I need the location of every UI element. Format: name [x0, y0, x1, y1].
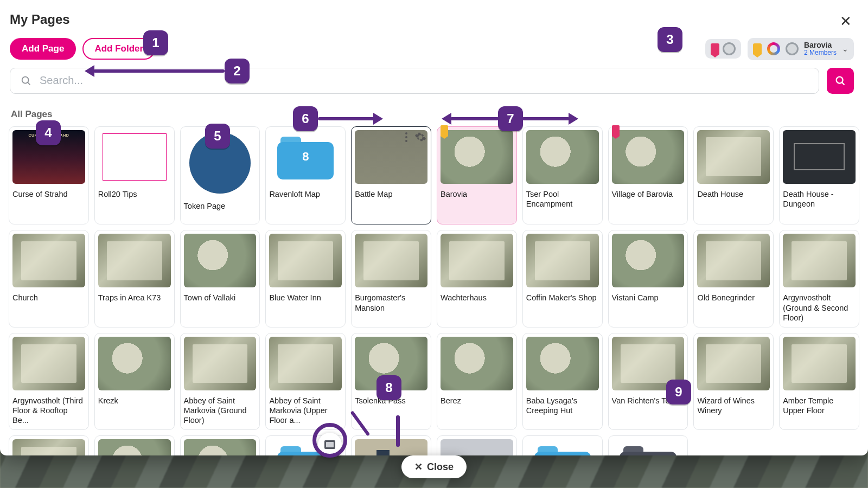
page-card[interactable]: Burgomaster's Mansion: [351, 230, 431, 327]
page-card[interactable]: Baba Lysaga's Creeping Hut: [522, 333, 603, 430]
page-card[interactable]: Amber Temple Lowe: [9, 435, 89, 455]
page-thumbnail: [355, 439, 427, 455]
page-card[interactable]: Krezk: [94, 333, 175, 430]
card-label: Church: [12, 293, 85, 311]
page-thumbnail: [184, 234, 257, 287]
page-card[interactable]: Death House: [693, 126, 774, 225]
pages-grid: Curse of StrahdRoll20 TipsToken Page 8 R…: [9, 126, 859, 455]
card-label: Death House - Dungeon: [783, 189, 856, 209]
page-card[interactable]: Death House - Dungeon: [779, 126, 859, 225]
page-card[interactable]: Wizard of Wines Winery: [693, 333, 774, 430]
page-card[interactable]: ...oka Reading Boa: [351, 435, 431, 455]
gear-icon[interactable]: [414, 131, 426, 143]
bookmark-icon: [441, 125, 448, 136]
search-icon: [834, 75, 846, 87]
card-label: Burgomaster's Mansion: [355, 293, 427, 312]
page-card[interactable]: Token Page: [180, 126, 260, 225]
card-label: Berez: [441, 396, 513, 414]
bookmark-icon: [612, 125, 620, 136]
page-thumbnail: [441, 439, 513, 455]
page-thumbnail: [441, 337, 513, 390]
page-card[interactable]: Vistani Camp: [608, 230, 688, 327]
page-card[interactable]: Argynvostholt (Ground & Second Floor): [779, 230, 859, 327]
page-card[interactable]: Battle Map: [351, 126, 431, 225]
party-name: Barovia: [804, 41, 837, 49]
card-label: Wizard of Wines Winery: [697, 396, 770, 415]
page-thumbnail: [697, 130, 770, 184]
page-card[interactable]: Blue Water Inn: [265, 230, 346, 327]
add-folder-button[interactable]: Add Folder: [82, 38, 155, 60]
folder-card[interactable]: 8 Ravenloft Map: [265, 126, 346, 225]
svg-line-1: [28, 82, 30, 85]
page-thumbnail: [12, 439, 85, 455]
page-thumbnail: [98, 234, 171, 287]
page-thumbnail: [697, 337, 770, 390]
card-label: Argynvostholt (Third Floor & Rooftop Be.…: [12, 396, 85, 425]
card-label: Village of Barovia: [612, 189, 685, 208]
page-card[interactable]: Tsolenka Pass: [351, 333, 431, 430]
party-chip[interactable]: Barovia 2 Members ⌄: [748, 38, 854, 60]
search-icon: [20, 75, 32, 87]
page-card[interactable]: Roll20 Tips: [94, 126, 175, 225]
page-card[interactable]: Coffin Maker's Shop: [522, 230, 603, 327]
page-card[interactable]: Traps in Area K73: [94, 230, 175, 327]
search-box[interactable]: [10, 68, 819, 94]
close-button[interactable]: ✕ Close: [401, 455, 467, 478]
folder-count: 8: [302, 150, 309, 164]
card-label: Town of Vallaki: [184, 293, 257, 311]
page-card[interactable]: New Page 1: [437, 435, 517, 455]
close-label: Close: [427, 461, 454, 473]
page-thumbnail: [184, 337, 257, 390]
page-card[interactable]: Curse of Strahd: [9, 126, 89, 225]
page-thumbnail: [269, 337, 342, 390]
page-card[interactable]: Old Bonegrinder: [693, 230, 774, 327]
card-label: Abbey of Saint Markovia (Upper Floor a..…: [269, 396, 342, 425]
page-thumbnail: [98, 130, 171, 184]
bookmark-icon: [753, 43, 762, 54]
folder-card[interactable]: Archived: [608, 435, 688, 455]
page-card[interactable]: Yester Hill: [94, 435, 175, 455]
page-card[interactable]: Tser Pool Encampment: [522, 126, 603, 225]
card-label: Death House: [697, 189, 770, 208]
card-label: Barovia: [441, 189, 513, 208]
search-button[interactable]: [827, 68, 854, 94]
page-card[interactable]: Barovia: [437, 126, 517, 225]
drag-handle-icon[interactable]: [401, 131, 411, 143]
page-thumbnail: [441, 234, 513, 287]
page-thumbnail: [269, 234, 342, 287]
page-thumbnail: [526, 130, 599, 184]
page-card[interactable]: Wachterhaus: [437, 230, 517, 327]
minimap-icon[interactable]: [318, 433, 342, 457]
page-card[interactable]: Van Richten's Tower: [608, 333, 688, 430]
folder-icon: 0: [526, 439, 599, 455]
card-label: Krezk: [98, 396, 171, 414]
bookmark-chip[interactable]: [705, 39, 741, 59]
page-card[interactable]: Village of Barovia: [608, 126, 688, 225]
page-card[interactable]: Church: [9, 230, 89, 327]
page-thumbnail: [12, 337, 85, 390]
folder-card[interactable]: 0 New Folder 1: [522, 435, 603, 455]
avatar-ring-icon: [723, 42, 736, 55]
page-card[interactable]: Abbey of Saint Markovia (Upper Floor a..…: [265, 333, 346, 430]
page-thumbnail: [98, 439, 171, 455]
pages-grid-scroll[interactable]: Curse of StrahdRoll20 TipsToken Page 8 R…: [0, 123, 868, 455]
page-card[interactable]: Werewolf Den: [180, 435, 260, 455]
page-thumbnail: [526, 234, 599, 287]
add-page-button[interactable]: Add Page: [10, 38, 76, 60]
page-thumbnail: [783, 234, 856, 287]
section-label: All Pages: [0, 101, 868, 123]
page-thumbnail: [441, 130, 513, 184]
page-card[interactable]: Abbey of Saint Markovia (Ground Floor): [180, 333, 260, 430]
close-icon[interactable]: ✕: [838, 12, 854, 30]
card-label: Traps in Area K73: [98, 293, 171, 311]
page-card[interactable]: Town of Vallaki: [180, 230, 260, 327]
page-card[interactable]: Amber Temple Upper Floor: [779, 333, 859, 430]
page-thumbnail: [12, 130, 85, 184]
page-card[interactable]: Argynvostholt (Third Floor & Rooftop Be.…: [9, 333, 89, 430]
page-card[interactable]: Berez: [437, 333, 517, 430]
search-input[interactable]: [40, 74, 809, 87]
my-pages-panel: My Pages ✕ Add Page Add Folder Barovia: [0, 0, 868, 455]
card-label: Abbey of Saint Markovia (Ground Floor): [184, 396, 257, 425]
page-thumbnail: [526, 337, 599, 390]
card-label: Coffin Maker's Shop: [526, 293, 599, 311]
